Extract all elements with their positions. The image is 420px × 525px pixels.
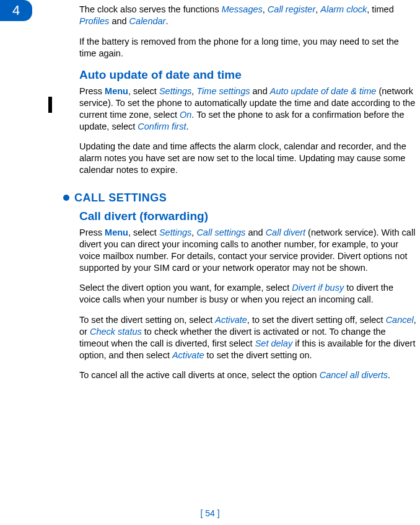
text: Press xyxy=(79,86,105,96)
ui-term-check-status: Check status xyxy=(90,327,142,337)
text: , select xyxy=(128,86,159,96)
ui-term-confirm-first: Confirm first xyxy=(138,121,186,131)
ui-term-on: On xyxy=(180,110,191,120)
ui-term-profiles: Profiles xyxy=(79,16,109,26)
text: , to set the divert setting off, select xyxy=(247,315,386,325)
intro-paragraph-2: If the battery is removed from the phone… xyxy=(79,36,416,60)
bullet-icon xyxy=(63,195,69,201)
text: , timed xyxy=(367,4,394,14)
text: . xyxy=(388,370,390,380)
text: and xyxy=(245,227,265,237)
margin-change-bar xyxy=(48,97,52,113)
text: The clock also serves the functions xyxy=(79,4,222,14)
text: , xyxy=(263,4,268,14)
ui-term-set-delay: Set delay xyxy=(255,338,292,348)
chapter-number-tab: 4 xyxy=(0,0,32,21)
section-heading-text: CALL SETTINGS xyxy=(74,192,167,204)
ui-term-cancel: Cancel xyxy=(386,315,414,325)
text: To cancel all the active call diverts at… xyxy=(79,370,320,380)
page-number-footer: [ 54 ] xyxy=(0,508,420,519)
auto-update-paragraph-1: Press Menu, select Settings, Time settin… xyxy=(79,86,416,132)
chapter-number: 4 xyxy=(12,2,20,20)
call-divert-paragraph-2: Select the divert option you want, for e… xyxy=(79,282,416,306)
ui-term-cancel-all-diverts: Cancel all diverts xyxy=(320,370,388,380)
text: . xyxy=(165,16,168,26)
text: Press xyxy=(79,227,105,237)
ui-term-activate: Activate xyxy=(172,350,204,360)
ui-term-call-register: Call register xyxy=(268,4,315,14)
text: Select the divert option you want, for e… xyxy=(79,283,292,293)
intro-paragraph-1: The clock also serves the functions Mess… xyxy=(79,4,416,27)
text: To set the divert setting on, select xyxy=(79,315,215,325)
ui-term-calendar: Calendar xyxy=(129,16,166,26)
heading-auto-update: Auto update of date and time xyxy=(79,68,416,83)
ui-bold-menu: Menu xyxy=(105,227,128,237)
call-divert-paragraph-1: Press Menu, select Settings, Call settin… xyxy=(79,227,416,273)
ui-term-divert-if-busy: Divert if busy xyxy=(292,283,344,293)
page-content: The clock also serves the functions Mess… xyxy=(79,4,416,390)
ui-term-call-divert: Call divert xyxy=(266,227,305,237)
text: to set the divert setting on. xyxy=(204,350,312,360)
ui-term-activate: Activate xyxy=(215,315,247,325)
ui-term-alarm-clock: Alarm clock xyxy=(320,4,367,14)
ui-term-messages: Messages xyxy=(222,4,263,14)
text: and xyxy=(250,86,269,96)
ui-term-auto-update: Auto update of date & time xyxy=(270,86,377,96)
ui-bold-menu: Menu xyxy=(105,86,128,96)
ui-term-call-settings: Call settings xyxy=(196,227,245,237)
ui-term-settings: Settings xyxy=(159,227,191,237)
call-divert-paragraph-4: To cancel all the active call diverts at… xyxy=(79,369,416,381)
text: and xyxy=(109,16,129,26)
auto-update-paragraph-2: Updating the date and time affects the a… xyxy=(79,141,416,176)
call-divert-paragraph-3: To set the divert setting on, select Act… xyxy=(79,314,416,361)
ui-term-time-settings: Time settings xyxy=(196,86,250,96)
heading-call-divert: Call divert (forwarding) xyxy=(79,209,416,224)
text: , select xyxy=(128,227,159,237)
ui-term-settings: Settings xyxy=(159,86,191,96)
text: . xyxy=(186,121,188,131)
section-heading-call-settings: CALL SETTINGS xyxy=(63,191,416,205)
